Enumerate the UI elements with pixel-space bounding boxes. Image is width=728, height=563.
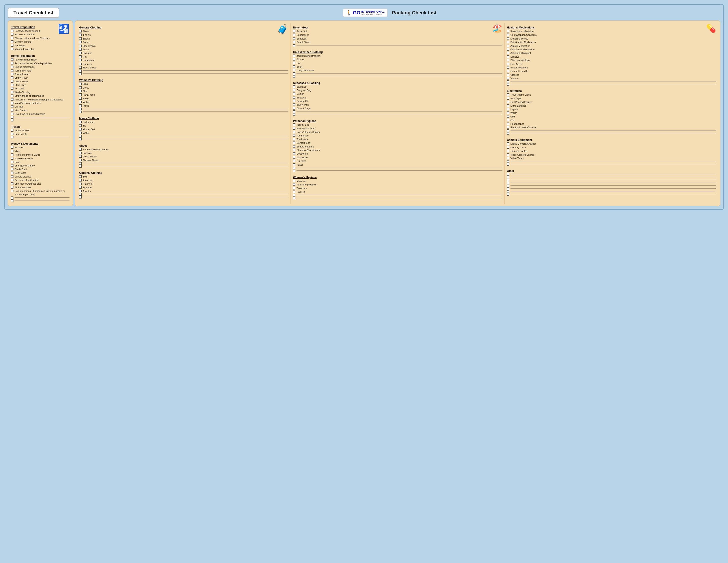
check-item[interactable]: First Aid Kit xyxy=(507,62,716,66)
check-item[interactable]: Cold/Sinus Medication xyxy=(507,48,716,51)
checkbox[interactable] xyxy=(507,108,509,110)
checkbox[interactable] xyxy=(11,58,13,61)
checkbox[interactable] xyxy=(11,179,13,181)
checkbox[interactable] xyxy=(11,102,13,104)
check-item[interactable]: Shampoo/Conditioner xyxy=(293,148,502,152)
blank-item[interactable] xyxy=(79,108,288,110)
checkbox[interactable] xyxy=(507,122,509,125)
checkbox[interactable] xyxy=(507,173,509,175)
checkbox[interactable] xyxy=(11,150,13,152)
check-item[interactable]: Birth Certificate xyxy=(11,186,69,189)
check-item[interactable]: Raincoat xyxy=(79,179,288,182)
check-item[interactable]: Bras xyxy=(79,82,288,86)
checkbox[interactable] xyxy=(507,63,509,65)
blank-item[interactable] xyxy=(293,75,502,78)
checkbox[interactable] xyxy=(79,152,82,154)
check-item[interactable]: Cash xyxy=(11,160,69,164)
checkbox[interactable] xyxy=(11,66,13,68)
checkbox[interactable] xyxy=(507,73,509,76)
checkbox[interactable] xyxy=(11,113,13,115)
check-item[interactable]: Carry-on Bag xyxy=(293,89,502,92)
checkbox[interactable] xyxy=(11,190,13,192)
checkbox[interactable] xyxy=(293,113,295,116)
check-item[interactable]: Digital Camera/Charger xyxy=(507,142,716,145)
checkbox[interactable] xyxy=(293,131,295,133)
checkbox[interactable] xyxy=(293,194,295,196)
check-item[interactable]: Soap/Cleansers xyxy=(293,145,502,148)
checkbox[interactable] xyxy=(11,94,13,97)
check-item[interactable]: Plant Care xyxy=(11,83,69,87)
check-item[interactable]: Hat xyxy=(79,55,288,58)
checkbox[interactable] xyxy=(507,52,509,54)
check-item[interactable]: Glasses xyxy=(507,73,716,77)
check-item[interactable]: Pyjamas xyxy=(79,186,288,189)
checkbox[interactable] xyxy=(79,101,82,103)
blank-item[interactable] xyxy=(293,113,502,116)
check-item[interactable]: Jacket (Wind Breaker) xyxy=(293,54,502,58)
check-item[interactable]: Motion Sickness xyxy=(507,37,716,40)
blank-item[interactable] xyxy=(507,163,716,165)
check-item[interactable]: Deodorant xyxy=(293,152,502,155)
check-item[interactable]: Debit Card xyxy=(11,171,69,175)
checkbox[interactable] xyxy=(11,91,13,93)
checkbox[interactable] xyxy=(79,138,82,140)
checkbox[interactable] xyxy=(293,138,295,140)
checkbox[interactable] xyxy=(11,98,13,101)
checkbox[interactable] xyxy=(11,84,13,86)
check-item[interactable]: Documentation Photocopies (give to paren… xyxy=(11,189,69,196)
checkbox[interactable] xyxy=(11,62,13,64)
checkbox[interactable] xyxy=(507,66,509,69)
check-item[interactable]: Money Belt xyxy=(79,128,288,131)
blank-item[interactable] xyxy=(507,176,716,178)
checkbox[interactable] xyxy=(507,41,509,43)
checkbox[interactable] xyxy=(293,145,295,148)
blank-item[interactable] xyxy=(11,119,69,121)
checkbox[interactable] xyxy=(507,176,509,178)
checkbox[interactable] xyxy=(293,187,295,189)
checkbox[interactable] xyxy=(507,83,509,86)
checkbox[interactable] xyxy=(293,160,295,162)
checkbox[interactable] xyxy=(293,30,295,32)
checkbox[interactable] xyxy=(11,153,13,156)
checkbox[interactable] xyxy=(293,41,295,43)
check-item[interactable]: Airline Tickets xyxy=(11,129,69,132)
check-item[interactable]: Backpack xyxy=(293,85,502,88)
checkbox[interactable] xyxy=(293,152,295,155)
checkbox[interactable] xyxy=(79,193,82,195)
checkbox[interactable] xyxy=(11,182,13,185)
check-item[interactable]: Video Tapes xyxy=(507,157,716,160)
check-item[interactable]: Wallet xyxy=(79,131,288,135)
check-item[interactable]: Visit Dentist xyxy=(11,109,69,112)
blank-item[interactable] xyxy=(11,199,69,202)
blank-item[interactable] xyxy=(11,196,69,199)
check-item[interactable]: Nail File xyxy=(293,190,502,194)
check-item[interactable]: Toothpaste xyxy=(293,138,502,141)
check-item[interactable]: Runners/Walking Shoes xyxy=(79,148,288,151)
checkbox[interactable] xyxy=(507,184,509,187)
checkbox[interactable] xyxy=(507,190,509,193)
check-item[interactable]: Purse xyxy=(79,104,288,107)
blank-item[interactable] xyxy=(507,173,716,175)
checkbox[interactable] xyxy=(507,163,509,165)
checkbox[interactable] xyxy=(11,33,13,36)
blank-item[interactable] xyxy=(507,129,716,132)
checkbox[interactable] xyxy=(79,135,82,137)
checkbox[interactable] xyxy=(79,93,82,96)
check-item[interactable]: Forward or hold Mail/Newspapers/Magazine… xyxy=(11,98,69,101)
checkbox[interactable] xyxy=(293,85,295,88)
check-item[interactable]: Hair Brush/Comb xyxy=(293,127,502,130)
check-item[interactable]: Install/recharge batteries xyxy=(11,102,69,105)
checkbox[interactable] xyxy=(79,72,82,75)
check-item[interactable]: Underwear xyxy=(79,59,288,62)
checkbox[interactable] xyxy=(293,65,295,68)
checkbox[interactable] xyxy=(293,163,295,166)
checkbox[interactable] xyxy=(79,45,82,47)
check-item[interactable]: Contraception/Condoms xyxy=(507,33,716,37)
checkbox[interactable] xyxy=(11,175,13,178)
check-item[interactable]: Emergency Money xyxy=(11,164,69,167)
check-item[interactable]: Extra Batteries xyxy=(507,104,716,107)
checkbox[interactable] xyxy=(293,190,295,193)
check-item[interactable]: Make-up xyxy=(293,179,502,183)
checkbox[interactable] xyxy=(293,110,295,113)
check-item[interactable]: Toothbrush xyxy=(293,134,502,137)
